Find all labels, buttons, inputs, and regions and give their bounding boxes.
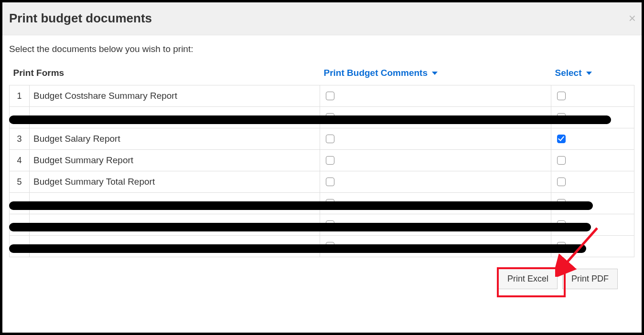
row-number <box>10 236 30 257</box>
header-select-label: Select <box>555 68 582 78</box>
select-cell <box>551 85 634 107</box>
row-number <box>10 214 30 236</box>
select-cell <box>551 128 634 150</box>
comments-checkbox[interactable] <box>326 135 334 143</box>
select-checkbox[interactable] <box>557 199 566 208</box>
comments-checkbox[interactable] <box>326 156 334 165</box>
document-name: Budget Summary Report <box>30 150 320 171</box>
select-cell <box>551 236 634 257</box>
caret-down-icon <box>586 72 592 75</box>
table-row <box>10 107 634 128</box>
dialog-body: Select the documents below you wish to p… <box>2 35 642 289</box>
table-row: 3Budget Salary Report <box>10 128 634 150</box>
caret-down-icon <box>432 72 438 75</box>
row-number: 1 <box>10 85 30 107</box>
dialog-title: Print budget documents <box>9 11 152 26</box>
select-checkbox[interactable] <box>557 92 566 100</box>
row-number <box>10 193 30 214</box>
comments-cell <box>320 171 551 193</box>
comments-checkbox[interactable] <box>326 199 334 208</box>
table-header-row: Print Forms Print Budget Comments Select <box>10 63 634 85</box>
select-cell <box>551 107 634 128</box>
select-checkbox[interactable] <box>557 178 566 186</box>
dialog-footer: Print Excel Print PDF <box>9 269 635 289</box>
comments-cell <box>320 107 551 128</box>
documents-table: Print Forms Print Budget Comments Select… <box>9 63 634 257</box>
row-number <box>10 107 30 128</box>
table-row <box>10 236 634 257</box>
table-row <box>10 214 634 236</box>
document-name <box>30 214 320 236</box>
select-cell <box>551 193 634 214</box>
select-checkbox[interactable] <box>557 220 566 229</box>
comments-checkbox[interactable] <box>326 242 334 251</box>
print-excel-button[interactable]: Print Excel <box>498 269 558 289</box>
comments-cell <box>320 193 551 214</box>
select-checkbox[interactable] <box>557 113 566 122</box>
comments-cell <box>320 150 551 171</box>
select-cell <box>551 150 634 171</box>
select-checkbox[interactable] <box>557 156 566 165</box>
document-name <box>30 236 320 257</box>
comments-cell <box>320 128 551 150</box>
header-print-forms: Print Forms <box>10 63 320 85</box>
comments-checkbox[interactable] <box>326 92 334 100</box>
document-name: Budget Costshare Summary Report <box>30 85 320 107</box>
instructions-text: Select the documents below you wish to p… <box>9 44 635 54</box>
table-row <box>10 193 634 214</box>
header-print-comments[interactable]: Print Budget Comments <box>320 63 551 85</box>
select-cell <box>551 171 634 193</box>
print-budget-dialog: Print budget documents × Select the docu… <box>2 2 642 289</box>
row-number: 3 <box>10 128 30 150</box>
app-frame: Print budget documents × Select the docu… <box>0 0 644 335</box>
comments-cell <box>320 85 551 107</box>
header-select[interactable]: Select <box>551 63 634 85</box>
table-row: 4Budget Summary Report <box>10 150 634 171</box>
print-pdf-button[interactable]: Print PDF <box>562 269 618 289</box>
comments-checkbox[interactable] <box>326 178 334 186</box>
dialog-header: Print budget documents × <box>2 2 642 35</box>
close-icon[interactable]: × <box>629 12 636 24</box>
comments-checkbox[interactable] <box>326 113 334 122</box>
table-row: 1Budget Costshare Summary Report <box>10 85 634 107</box>
row-number: 5 <box>10 171 30 193</box>
table-row: 5Budget Summary Total Report <box>10 171 634 193</box>
select-checkbox[interactable] <box>557 242 566 251</box>
document-name <box>30 193 320 214</box>
header-print-comments-label: Print Budget Comments <box>324 68 428 78</box>
document-name: Budget Summary Total Report <box>30 171 320 193</box>
row-number: 4 <box>10 150 30 171</box>
comments-cell <box>320 214 551 236</box>
document-name: Budget Salary Report <box>30 128 320 150</box>
comments-checkbox[interactable] <box>326 220 334 229</box>
select-cell <box>551 214 634 236</box>
comments-cell <box>320 236 551 257</box>
document-name <box>30 107 320 128</box>
select-checkbox[interactable] <box>557 135 566 143</box>
